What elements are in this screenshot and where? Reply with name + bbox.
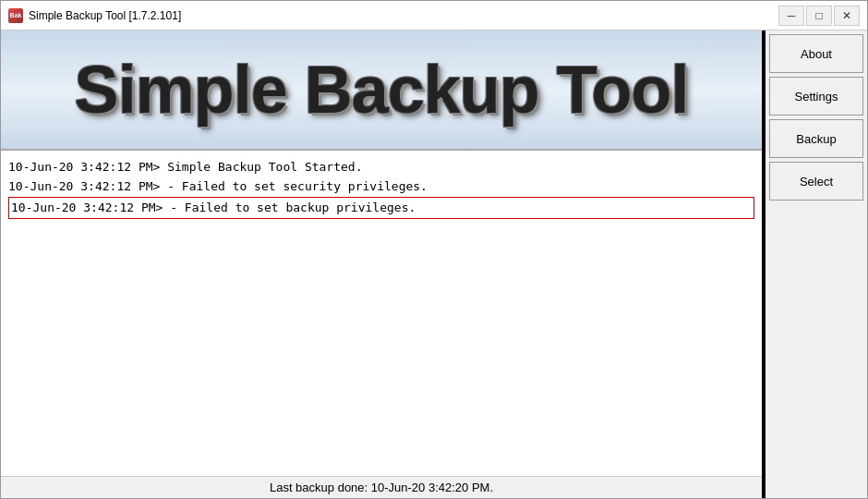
window-controls: ─ □ ✕ — [778, 6, 860, 26]
title-bar: Bak Simple Backup Tool [1.7.2.101] ─ □ ✕ — [1, 1, 867, 30]
banner-title: Simple Backup Tool — [75, 52, 689, 128]
backup-button[interactable]: Backup — [769, 119, 863, 158]
main-window: Bak Simple Backup Tool [1.7.2.101] ─ □ ✕… — [0, 0, 868, 499]
sidebar: AboutSettingsBackupSelect — [766, 30, 867, 498]
status-bar: Last backup done: 10-Jun-20 3:42:20 PM. — [1, 476, 762, 498]
log-entry: 10-Jun-20 3:42:12 PM> Simple Backup Tool… — [8, 158, 754, 177]
maximize-button[interactable]: □ — [806, 6, 832, 26]
about-button[interactable]: About — [769, 34, 863, 73]
log-entry: 10-Jun-20 3:42:12 PM> - Failed to set ba… — [8, 197, 754, 220]
log-entry: 10-Jun-20 3:42:12 PM> - Failed to set se… — [8, 177, 754, 197]
close-button[interactable]: ✕ — [834, 6, 860, 26]
select-button[interactable]: Select — [769, 162, 863, 201]
app-icon: Bak — [8, 8, 23, 23]
status-text: Last backup done: 10-Jun-20 3:42:20 PM. — [270, 481, 493, 494]
window-title: Simple Backup Tool [1.7.2.101] — [29, 9, 778, 22]
main-panel: Simple Backup Tool 10-Jun-20 3:42:12 PM>… — [1, 30, 766, 498]
log-area[interactable]: 10-Jun-20 3:42:12 PM> Simple Backup Tool… — [1, 151, 762, 476]
content-area: Simple Backup Tool 10-Jun-20 3:42:12 PM>… — [1, 30, 867, 498]
minimize-button[interactable]: ─ — [778, 6, 804, 26]
settings-button[interactable]: Settings — [769, 77, 863, 116]
header-banner: Simple Backup Tool — [1, 30, 762, 151]
